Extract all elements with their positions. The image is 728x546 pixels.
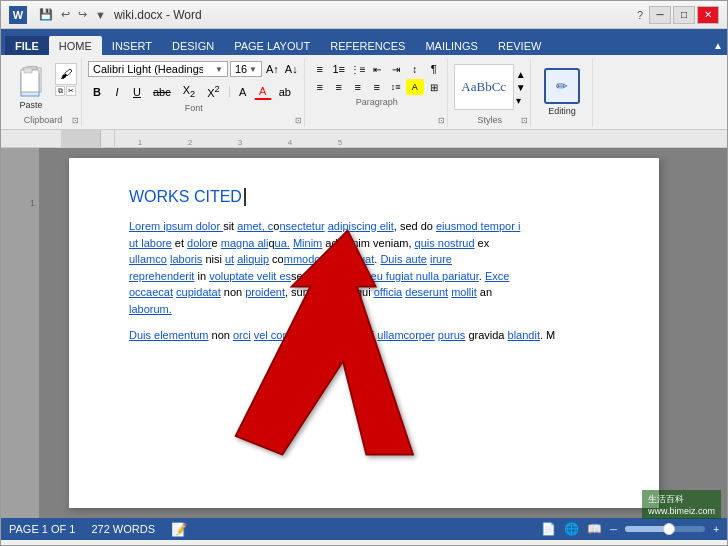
font-size-dropdown-arrow: ▼	[249, 65, 257, 74]
zoom-in-btn[interactable]: +	[713, 524, 719, 535]
view-print-btn[interactable]: 📄	[541, 522, 556, 536]
paste-icon	[17, 66, 45, 98]
view-web-btn[interactable]: 🌐	[564, 522, 579, 536]
paragraph-row2: ≡ ≡ ≡ ≡ ↕≡ A ⊞	[311, 79, 443, 95]
proofing-icon[interactable]: 📝	[171, 522, 187, 537]
numbering-btn[interactable]: 1≡	[330, 61, 348, 77]
show-marks-btn[interactable]: ¶	[425, 61, 443, 77]
quick-access-toolbar: 💾 ↩ ↪ ▼	[37, 6, 108, 23]
font-color-btn[interactable]: A	[254, 83, 272, 100]
window-title: wiki.docx - Word	[114, 8, 202, 22]
paste-button[interactable]: Paste	[9, 61, 53, 114]
multilevel-btn[interactable]: ⋮≡	[349, 61, 367, 77]
paragraph-group: ≡ 1≡ ⋮≡ ⇤ ⇥ ↕ ¶ ≡ ≡ ≡ ≡ ↕≡ A ⊞	[307, 59, 448, 127]
bold-btn[interactable]: B	[88, 84, 106, 100]
font-size-selector[interactable]: 16 ▼	[230, 61, 262, 77]
editing-button[interactable]: ✏ Editing	[541, 65, 583, 119]
save-quick-btn[interactable]: 💾	[37, 6, 55, 23]
status-right: 📄 🌐 📖 ─ +	[541, 522, 719, 536]
highlight-btn[interactable]: ab	[274, 84, 296, 100]
line-spacing-btn[interactable]: ↕≡	[387, 79, 405, 95]
tab-design[interactable]: DESIGN	[162, 36, 224, 55]
customize-quick-btn[interactable]: ▼	[93, 7, 108, 23]
works-cited-heading: WORKS CITED	[129, 188, 246, 206]
editing-group: ✏ Editing	[533, 59, 593, 127]
format-painter-btn[interactable]: 🖌	[55, 63, 77, 85]
cut-btn[interactable]: ✂	[66, 86, 76, 96]
word-count: 272 WORDS	[91, 523, 155, 535]
increase-font-btn[interactable]: A↑	[264, 62, 281, 76]
decrease-font-btn[interactable]: A↓	[283, 62, 300, 76]
strikethrough-btn[interactable]: abc	[148, 84, 176, 100]
styles-label: Styles	[454, 115, 526, 125]
copy-btn[interactable]: ⧉	[55, 86, 65, 96]
ruler: 1 2 3 4 5	[1, 130, 727, 148]
redo-quick-btn[interactable]: ↪	[76, 6, 89, 23]
clear-format-btn[interactable]: A	[234, 84, 252, 100]
font-expand-icon[interactable]: ⊡	[295, 116, 302, 125]
body-paragraph-2: Duis elementum non orci vel congue. Fusc…	[129, 327, 609, 344]
clipboard-group: Paste 🖌 ⧉ ✂ Clipboard ⊡	[5, 59, 82, 127]
styles-up-btn[interactable]: ▲	[516, 69, 526, 80]
close-button[interactable]: ✕	[697, 6, 719, 24]
justify-btn[interactable]: ≡	[368, 79, 386, 95]
font-size-text: 16	[235, 63, 247, 75]
ribbon-tabs: FILE HOME INSERT DESIGN PAGE LAYOUT REFE…	[1, 29, 727, 55]
styles-expand-icon[interactable]: ⊡	[521, 116, 528, 125]
tab-home[interactable]: HOME	[49, 36, 102, 55]
paragraph-expand-icon[interactable]: ⊡	[438, 116, 445, 125]
document-area: 1 WORKS CITED Lorem ipsum dolor sit amet…	[1, 148, 727, 518]
paste-label: Paste	[19, 100, 42, 110]
undo-quick-btn[interactable]: ↩	[59, 6, 72, 23]
decrease-indent-btn[interactable]: ⇤	[368, 61, 386, 77]
tab-page-layout[interactable]: PAGE LAYOUT	[224, 36, 320, 55]
align-center-btn[interactable]: ≡	[330, 79, 348, 95]
font-group: Calibri Light (Headings) ▼ 16 ▼ A↑ A↓ B …	[84, 59, 305, 127]
subscript-btn[interactable]: X2	[178, 82, 200, 101]
tab-insert[interactable]: INSERT	[102, 36, 162, 55]
help-button[interactable]: ?	[635, 7, 645, 23]
paragraph-label: Paragraph	[311, 97, 443, 107]
zoom-out-btn[interactable]: ─	[610, 524, 617, 535]
font-label: Font	[88, 103, 300, 113]
tab-file[interactable]: FILE	[5, 36, 49, 55]
tab-review[interactable]: REVIEW	[488, 36, 551, 55]
shading-btn[interactable]: A	[406, 79, 424, 95]
main-window: W 💾 ↩ ↪ ▼ wiki.docx - Word ? ─ □ ✕ FILE …	[0, 0, 728, 546]
view-read-btn[interactable]: 📖	[587, 522, 602, 536]
styles-down-btn[interactable]: ▼	[516, 82, 526, 93]
paragraph-row1: ≡ 1≡ ⋮≡ ⇤ ⇥ ↕ ¶	[311, 61, 443, 77]
styles-gallery[interactable]: AaBbCc	[454, 64, 514, 110]
document-page[interactable]: WORKS CITED Lorem ipsum dolor sit amet, …	[69, 158, 659, 508]
bullets-btn[interactable]: ≡	[311, 61, 329, 77]
window-controls: ─ □ ✕	[649, 6, 719, 24]
page-status: PAGE 1 OF 1	[9, 523, 75, 535]
editing-label: Editing	[548, 106, 576, 116]
restore-button[interactable]: □	[673, 6, 695, 24]
font-name-dropdown-arrow: ▼	[215, 65, 223, 74]
styles-preview: AaBbCc	[461, 79, 506, 95]
status-bar: PAGE 1 OF 1 272 WORDS 📝 📄 🌐 📖 ─ +	[1, 518, 727, 540]
svg-rect-4	[24, 68, 32, 73]
align-left-btn[interactable]: ≡	[311, 79, 329, 95]
clipboard-expand-icon[interactable]: ⊡	[72, 116, 79, 125]
ribbon-content: Paste 🖌 ⧉ ✂ Clipboard ⊡	[1, 55, 727, 130]
tab-mailings[interactable]: MAILINGS	[415, 36, 488, 55]
minimize-button[interactable]: ─	[649, 6, 671, 24]
superscript-btn[interactable]: X2	[202, 82, 224, 101]
ribbon-collapse-btn[interactable]: ▲	[709, 38, 727, 53]
styles-more-btn[interactable]: ▾	[516, 95, 526, 106]
zoom-slider[interactable]	[625, 526, 705, 532]
tab-references[interactable]: REFERENCES	[320, 36, 415, 55]
title-bar: W 💾 ↩ ↪ ▼ wiki.docx - Word ? ─ □ ✕	[1, 1, 727, 29]
italic-btn[interactable]: I	[108, 84, 126, 100]
sort-btn[interactable]: ↕	[406, 61, 424, 77]
increase-indent-btn[interactable]: ⇥	[387, 61, 405, 77]
font-name-selector[interactable]: Calibri Light (Headings) ▼	[88, 61, 228, 77]
underline-btn[interactable]: U	[128, 84, 146, 100]
body-paragraph-1: Lorem ipsum dolor sit amet, consectetur …	[129, 218, 609, 317]
borders-btn[interactable]: ⊞	[425, 79, 443, 95]
align-right-btn[interactable]: ≡	[349, 79, 367, 95]
styles-group: AaBbCc ▲ ▼ ▾ Styles ⊡	[450, 59, 531, 127]
font-name-text: Calibri Light (Headings)	[93, 63, 203, 75]
